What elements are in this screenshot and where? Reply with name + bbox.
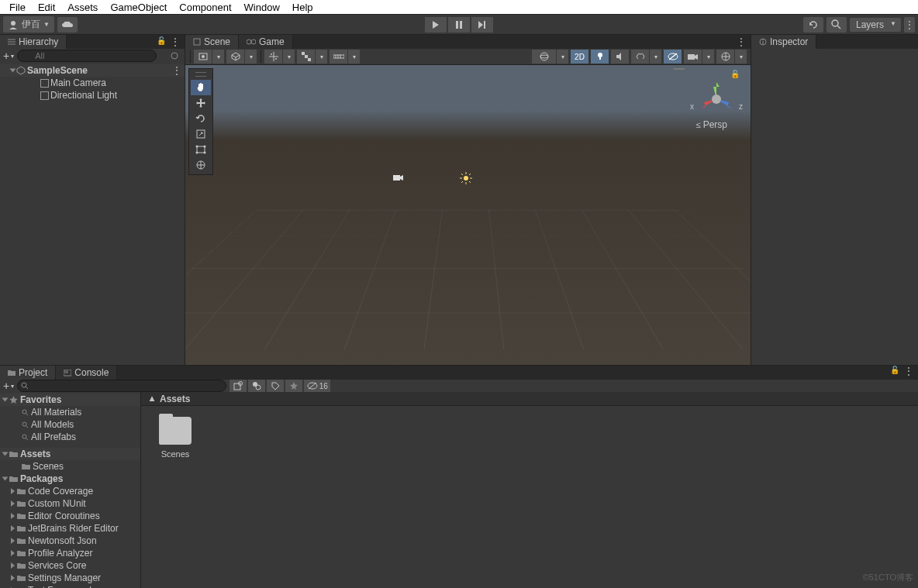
draw-mode-dropdown[interactable]: ▾ [245,50,257,64]
camera-gizmo[interactable] [393,174,404,181]
pkg-item[interactable]: Profile Analyzer [0,547,140,559]
asset-grid[interactable]: Scenes [141,406,918,588]
favorite-search[interactable] [285,380,302,392]
menu-component[interactable]: Component [173,2,237,13]
snap-toggle[interactable] [297,50,316,64]
fav-prefabs[interactable]: All Prefabs [0,431,140,443]
game-tab[interactable]: Game [239,35,293,49]
project-tab[interactable]: Project [0,366,56,380]
pkg-item[interactable]: Custom NUnit [0,497,140,510]
hierarchy-search[interactable] [17,50,157,62]
packages-header[interactable]: Packages [0,473,140,485]
transform-tool[interactable] [191,157,211,173]
lighting-toggle[interactable] [591,50,609,64]
gizmos-dropdown[interactable]: ▾ [735,50,747,64]
step-button[interactable] [471,17,493,33]
search-by-type[interactable] [230,380,247,392]
menu-gameobject[interactable]: GameObject [104,2,173,13]
assets-header[interactable]: Assets [0,448,140,460]
fx-dropdown[interactable]: ▾ [650,50,662,64]
view-dropdown[interactable]: ▾ [557,50,569,64]
visibility-toggle[interactable] [664,50,682,64]
orientation-gizmo[interactable]: x z 🔓 [693,76,740,122]
draw-mode-button[interactable] [226,50,245,64]
foldout-icon[interactable] [2,477,9,481]
gizmos-toggle[interactable] [716,50,735,64]
lock-icon[interactable]: 🔓 [890,366,899,380]
rect-tool[interactable] [191,142,211,157]
cloud-button[interactable] [57,17,78,33]
foldout-icon[interactable] [11,525,15,531]
hidden-toggle[interactable]: 16 [304,380,330,392]
favorites-header[interactable]: Favorites [0,394,140,406]
search-by-label[interactable] [248,380,265,392]
increment-dropdown[interactable]: ▾ [348,50,361,64]
foldout-icon[interactable] [10,69,16,73]
hierarchy-item-camera[interactable]: Main Camera [0,77,185,89]
grid-dropdown[interactable]: ▾ [283,50,295,64]
undo-history-button[interactable] [803,17,823,33]
foldout-icon[interactable] [11,538,15,544]
breadcrumb[interactable]: ▴ Assets [141,392,918,406]
foldout-icon[interactable] [2,398,9,402]
fav-materials[interactable]: All Materials [0,406,140,418]
scene-menu-icon[interactable]: ⋮ [172,65,181,76]
console-tab[interactable]: Console [56,366,117,380]
pause-button[interactable] [448,17,470,33]
account-dropdown[interactable]: 伊百 ▼ [3,16,54,33]
fx-toggle[interactable] [631,50,650,64]
assets-scenes[interactable]: Scenes [0,460,140,473]
menu-assets[interactable]: Assets [61,2,104,13]
pkg-item[interactable]: Settings Manager [0,572,140,584]
overlay-handle[interactable] [674,68,685,70]
menu-help[interactable]: Help [286,2,319,13]
snap-dropdown[interactable]: ▾ [316,50,328,64]
2d-toggle[interactable]: 2D [571,50,589,64]
create-dropdown[interactable]: +▾ [3,50,14,62]
light-gizmo[interactable] [460,172,472,184]
menu-file[interactable]: File [3,2,32,13]
scene-viewport[interactable]: x z 🔓 ≤ Persp [185,65,751,365]
menu-edit[interactable]: Edit [32,2,61,13]
foldout-icon[interactable] [11,550,15,556]
panel-menu-button[interactable]: ⋮ [904,17,915,33]
foldout-icon[interactable] [11,488,15,494]
shading-mode-button[interactable] [194,50,212,64]
project-menu-icon[interactable]: ⋮ [904,366,913,380]
lock-icon[interactable]: 🔓 [157,36,166,47]
hand-tool[interactable] [191,80,211,95]
pkg-item[interactable]: Editor Coroutines [0,510,140,522]
pkg-item[interactable]: Code Coverage [0,485,140,497]
save-search[interactable] [267,380,284,392]
foldout-icon[interactable] [11,500,15,507]
rotate-tool[interactable] [191,111,211,126]
increment-snap[interactable] [330,50,348,64]
camera-toggle[interactable] [684,50,702,64]
move-tool[interactable] [191,95,211,111]
shading-dropdown[interactable]: ▾ [212,50,225,64]
scale-tool[interactable] [191,126,211,142]
hierarchy-item-light[interactable]: Directional Light [0,89,185,101]
project-search[interactable] [17,380,226,392]
pkg-item[interactable]: JetBrains Rider Editor [0,522,140,535]
pkg-item[interactable]: Test Framework [0,584,140,588]
audio-toggle[interactable] [611,50,630,64]
scene-item[interactable]: SampleScene ⋮ [0,64,185,77]
pkg-item[interactable]: Services Core [0,559,140,572]
fav-models[interactable]: All Models [0,418,140,431]
camera-dropdown[interactable]: ▾ [702,50,715,64]
foldout-icon[interactable] [11,513,15,519]
pkg-item[interactable]: Newtonsoft Json [0,535,140,547]
lock-icon[interactable]: 🔓 [730,70,740,78]
hierarchy-menu-icon[interactable]: ⋮ [171,36,180,47]
menu-window[interactable]: Window [238,2,286,13]
asset-folder-scenes[interactable]: Scenes [152,417,198,459]
foldout-icon[interactable] [2,452,9,456]
hierarchy-tab[interactable]: Hierarchy [0,35,67,49]
scene-tab[interactable]: Scene [185,35,239,49]
view-options[interactable] [532,50,557,64]
scene-menu-icon[interactable]: ⋮ [737,36,746,47]
project-create-dropdown[interactable]: +▾ [3,380,14,392]
search-button[interactable] [827,17,847,33]
filter-icon[interactable] [171,52,178,60]
